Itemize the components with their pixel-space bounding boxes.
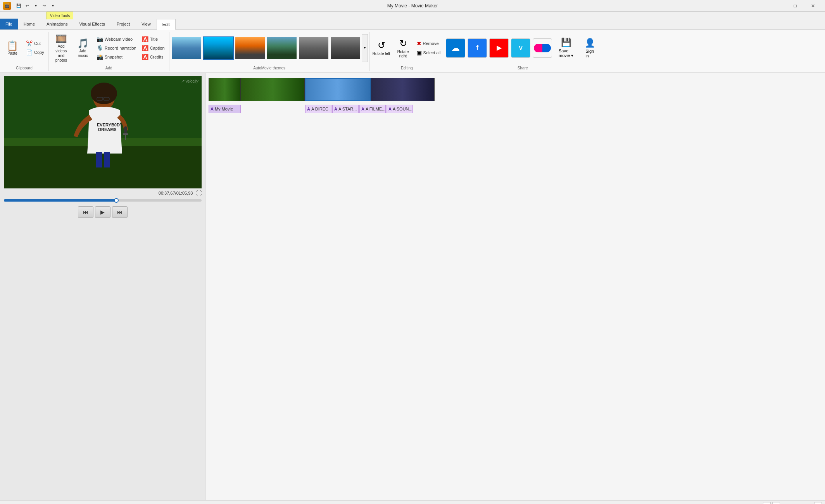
text-clip-direc[interactable]: A A DIREC... (305, 105, 331, 113)
editing-col: ✖ Remove ▣ Select all (415, 39, 443, 57)
youtube-button[interactable]: ▶ (489, 38, 509, 58)
total-time: 01:05,93 (176, 191, 193, 195)
themes-group-label: AutoMovie themes (171, 65, 368, 71)
redo-btn[interactable]: ↪ (40, 2, 48, 10)
progress-handle[interactable] (114, 198, 119, 203)
tab-project[interactable]: Project (111, 19, 136, 29)
save-movie-icon: 💾 (561, 38, 571, 48)
ribbon-content: 📋 Paste ✂️ Cut 📄 Copy Clipboard 🎞️ Add v… (0, 30, 825, 73)
save-movie-button[interactable]: 💾 Savemovie ▾ (554, 34, 578, 62)
remove-button[interactable]: ✖ Remove (415, 39, 443, 48)
svg-rect-12 (96, 152, 102, 167)
rotate-right-button[interactable]: ↻ Rotate right (393, 34, 413, 62)
tab-edit[interactable]: Edit (157, 19, 176, 30)
fit-view-button[interactable]: ⊡ (763, 502, 771, 504)
record-narration-button[interactable]: 🎙️ Record narration (95, 44, 138, 52)
zoom-controls: ⊡ − + (763, 502, 822, 504)
add-videos-label: Add videosand photos (52, 44, 70, 63)
record-narration-label: Record narration (105, 46, 136, 50)
snapshot-button[interactable]: 📸 Snapshot (95, 53, 138, 61)
timeline-clip-3[interactable] (305, 78, 371, 101)
snapshot-icon: 📸 (97, 54, 103, 60)
rotate-left-button[interactable]: ↺ Rotate left (371, 34, 392, 62)
zoom-in-button[interactable]: + (814, 502, 822, 504)
svg-rect-10 (123, 133, 128, 135)
play-button[interactable]: ▶ (95, 206, 110, 218)
fullscreen-button[interactable]: ⛶ (196, 190, 202, 196)
video-frame-svg: EVERYB0DY DREAMS (4, 76, 202, 188)
text-clip-filme-icon: A (361, 107, 364, 111)
credits-icon: 🅰️ (142, 54, 148, 60)
preview-pane: EVERYB0DY DREAMS ↗ velocity (0, 73, 205, 500)
tab-view[interactable]: View (136, 19, 157, 29)
timeline-clip-2[interactable] (241, 78, 305, 101)
zoom-out-button[interactable]: − (772, 502, 780, 504)
webcam-button[interactable]: 📷 Webcam video (95, 35, 138, 43)
tab-animations[interactable]: Animations (41, 19, 73, 29)
theme-5[interactable] (298, 36, 329, 60)
onedrive-button[interactable]: ☁ (446, 38, 465, 58)
save-btn[interactable]: 💾 (15, 2, 22, 10)
app-icon: 🎬 (3, 2, 11, 10)
clipboard-col: ✂️ Cut 📄 Copy (24, 39, 46, 57)
theme-2[interactable] (203, 36, 234, 60)
text-clip-title[interactable]: A My Movie (209, 105, 241, 113)
window-controls: ─ □ ✕ (768, 0, 822, 12)
svg-rect-9 (124, 126, 127, 133)
tab-visual-effects[interactable]: Visual Effects (74, 19, 111, 29)
add-videos-button[interactable]: 🎞️ Add videosand photos (51, 34, 71, 62)
facebook-button[interactable]: f (468, 38, 487, 58)
select-all-button[interactable]: ▣ Select all (415, 48, 443, 57)
paste-label: Paste (7, 51, 17, 56)
cut-button[interactable]: ✂️ Cut (24, 39, 46, 48)
progress-fill (4, 199, 117, 202)
add-videos-icon: 🎞️ (55, 34, 67, 43)
preview-seekbar[interactable] (4, 199, 202, 202)
text-clip-star[interactable]: A A STAR... (332, 105, 359, 113)
themes-scroll-down[interactable]: ▾ (362, 34, 368, 62)
text-clip-filme[interactable]: A A FILME... (359, 105, 386, 113)
caption-button[interactable]: 🅰️ Caption (140, 44, 167, 52)
theme-6[interactable] (330, 36, 361, 60)
theme-3[interactable] (235, 36, 266, 60)
sign-in-label: Signin (585, 49, 594, 58)
copy-button[interactable]: 📄 Copy (24, 48, 46, 57)
quick-access-toolbar: 💾 ↩ ▾ ↪ ▾ (15, 2, 57, 10)
theme-1[interactable] (171, 36, 202, 60)
vimeo-button[interactable]: V (511, 38, 530, 58)
prev-frame-button[interactable]: ⏮ (78, 206, 93, 218)
text-clip-star-icon: A (334, 107, 337, 111)
remove-label: Remove (423, 41, 439, 46)
time-display: 00:37,67/01:05,93 (159, 191, 193, 195)
title-button[interactable]: 🅰️ Title (140, 35, 167, 43)
window-title: My Movie - Movie Maker (387, 3, 438, 9)
timeline-clip-4[interactable] (371, 78, 435, 101)
tab-home[interactable]: Home (18, 19, 41, 29)
text-clip-soun[interactable]: A A SOUN... (387, 105, 413, 113)
maximize-btn[interactable]: □ (786, 0, 804, 12)
svg-text:EVERYB0DY: EVERYB0DY (97, 123, 123, 127)
add-music-button[interactable]: 🎵 Addmusic (73, 34, 93, 62)
webcam-icon: 📷 (97, 36, 103, 42)
add-music-icon: 🎵 (77, 39, 89, 48)
next-frame-button[interactable]: ⏭ (112, 206, 128, 218)
minimize-btn[interactable]: ─ (768, 0, 786, 12)
snapshot-label: Snapshot (105, 55, 123, 59)
title-icon: 🅰️ (142, 36, 148, 42)
undo-btn[interactable]: ↩ (23, 2, 31, 10)
close-btn[interactable]: ✕ (804, 0, 822, 12)
undo-dropdown-btn[interactable]: ▾ (32, 2, 40, 10)
cut-icon: ✂️ (26, 40, 33, 47)
customize-btn[interactable]: ▾ (49, 2, 57, 10)
flickr-button[interactable] (533, 38, 552, 58)
sign-in-button[interactable]: 👤 Signin (580, 34, 599, 62)
group-clipboard: 📋 Paste ✂️ Cut 📄 Copy Clipboard (0, 32, 49, 71)
copy-icon: 📄 (26, 49, 33, 55)
webcam-label: Webcam video (105, 37, 133, 41)
credits-button[interactable]: 🅰️ Credits (140, 53, 167, 61)
main-area: EVERYB0DY DREAMS ↗ velocity (0, 73, 825, 500)
tab-file[interactable]: File (0, 19, 18, 29)
timeline-clip-1[interactable] (209, 78, 241, 101)
theme-4[interactable] (266, 36, 297, 60)
paste-button[interactable]: 📋 Paste (2, 34, 22, 62)
